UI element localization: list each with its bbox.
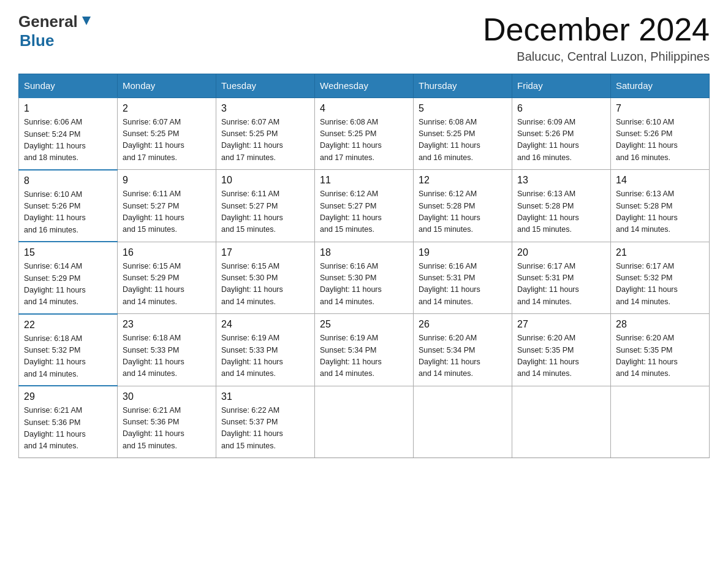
day-info: Sunrise: 6:12 AM Sunset: 5:27 PM Dayligh… xyxy=(320,188,408,236)
calendar-week-3: 15 Sunrise: 6:14 AM Sunset: 5:29 PM Dayl… xyxy=(19,242,710,314)
calendar-cell: 4 Sunrise: 6:08 AM Sunset: 5:25 PM Dayli… xyxy=(315,98,414,170)
title-block: December 2024 Balucuc, Central Luzon, Ph… xyxy=(483,12,710,64)
day-info: Sunrise: 6:20 AM Sunset: 5:35 PM Dayligh… xyxy=(517,332,605,380)
day-number: 1 xyxy=(24,103,112,114)
calendar-cell: 1 Sunrise: 6:06 AM Sunset: 5:24 PM Dayli… xyxy=(19,98,118,170)
calendar-cell: 12 Sunrise: 6:12 AM Sunset: 5:28 PM Dayl… xyxy=(414,170,512,242)
day-info: Sunrise: 6:12 AM Sunset: 5:28 PM Dayligh… xyxy=(419,188,507,236)
calendar-week-4: 22 Sunrise: 6:18 AM Sunset: 5:32 PM Dayl… xyxy=(19,314,710,386)
day-info: Sunrise: 6:11 AM Sunset: 5:27 PM Dayligh… xyxy=(123,188,211,236)
day-info: Sunrise: 6:21 AM Sunset: 5:36 PM Dayligh… xyxy=(123,405,211,453)
day-info: Sunrise: 6:17 AM Sunset: 5:31 PM Dayligh… xyxy=(517,261,605,308)
day-info: Sunrise: 6:20 AM Sunset: 5:34 PM Dayligh… xyxy=(419,332,507,380)
day-number: 19 xyxy=(419,247,507,258)
day-info: Sunrise: 6:17 AM Sunset: 5:32 PM Dayligh… xyxy=(616,261,704,308)
day-number: 29 xyxy=(24,391,112,402)
calendar-week-1: 1 Sunrise: 6:06 AM Sunset: 5:24 PM Dayli… xyxy=(19,98,710,170)
day-number: 6 xyxy=(517,103,605,114)
logo-blue-text: Blue xyxy=(20,31,54,50)
weekday-header-friday: Friday xyxy=(512,74,611,98)
day-number: 17 xyxy=(221,247,309,258)
day-number: 12 xyxy=(419,175,507,186)
day-info: Sunrise: 6:18 AM Sunset: 5:33 PM Dayligh… xyxy=(123,332,211,380)
day-number: 28 xyxy=(616,319,704,330)
day-info: Sunrise: 6:15 AM Sunset: 5:29 PM Dayligh… xyxy=(123,261,211,308)
weekday-header-saturday: Saturday xyxy=(611,74,710,98)
month-year-title: December 2024 xyxy=(483,12,710,47)
calendar-cell: 23 Sunrise: 6:18 AM Sunset: 5:33 PM Dayl… xyxy=(118,314,216,386)
calendar-cell: 31 Sunrise: 6:22 AM Sunset: 5:37 PM Dayl… xyxy=(216,386,315,458)
calendar-week-2: 8 Sunrise: 6:10 AM Sunset: 5:26 PM Dayli… xyxy=(19,170,710,242)
day-info: Sunrise: 6:11 AM Sunset: 5:27 PM Dayligh… xyxy=(221,188,309,236)
day-info: Sunrise: 6:13 AM Sunset: 5:28 PM Dayligh… xyxy=(616,188,704,236)
day-number: 25 xyxy=(320,319,408,330)
calendar-cell xyxy=(611,386,710,458)
day-number: 16 xyxy=(123,247,211,258)
calendar-cell: 18 Sunrise: 6:16 AM Sunset: 5:30 PM Dayl… xyxy=(315,242,414,314)
day-info: Sunrise: 6:16 AM Sunset: 5:31 PM Dayligh… xyxy=(419,261,507,308)
weekday-header-sunday: Sunday xyxy=(19,74,118,98)
day-info: Sunrise: 6:07 AM Sunset: 5:25 PM Dayligh… xyxy=(123,117,211,164)
day-number: 3 xyxy=(221,103,309,114)
day-number: 24 xyxy=(221,319,309,330)
page-header: General Blue December 2024 Balucuc, Cent… xyxy=(18,12,710,64)
day-info: Sunrise: 6:13 AM Sunset: 5:28 PM Dayligh… xyxy=(517,188,605,236)
day-number: 7 xyxy=(616,103,704,114)
calendar-cell: 9 Sunrise: 6:11 AM Sunset: 5:27 PM Dayli… xyxy=(118,170,216,242)
calendar-cell: 10 Sunrise: 6:11 AM Sunset: 5:27 PM Dayl… xyxy=(216,170,315,242)
day-number: 22 xyxy=(24,320,112,331)
day-info: Sunrise: 6:09 AM Sunset: 5:26 PM Dayligh… xyxy=(517,117,605,164)
calendar-body: 1 Sunrise: 6:06 AM Sunset: 5:24 PM Dayli… xyxy=(19,98,710,458)
calendar-cell: 19 Sunrise: 6:16 AM Sunset: 5:31 PM Dayl… xyxy=(414,242,512,314)
day-number: 20 xyxy=(517,247,605,258)
calendar-cell xyxy=(315,386,414,458)
calendar-cell: 28 Sunrise: 6:20 AM Sunset: 5:35 PM Dayl… xyxy=(611,314,710,386)
calendar-cell xyxy=(512,386,611,458)
day-info: Sunrise: 6:06 AM Sunset: 5:24 PM Dayligh… xyxy=(24,117,112,164)
day-number: 15 xyxy=(24,247,112,258)
calendar-week-5: 29 Sunrise: 6:21 AM Sunset: 5:36 PM Dayl… xyxy=(19,386,710,458)
calendar-cell: 16 Sunrise: 6:15 AM Sunset: 5:29 PM Dayl… xyxy=(118,242,216,314)
calendar-cell: 27 Sunrise: 6:20 AM Sunset: 5:35 PM Dayl… xyxy=(512,314,611,386)
day-number: 27 xyxy=(517,319,605,330)
calendar-cell: 24 Sunrise: 6:19 AM Sunset: 5:33 PM Dayl… xyxy=(216,314,315,386)
day-number: 23 xyxy=(123,319,211,330)
day-number: 30 xyxy=(123,391,211,402)
calendar-cell: 6 Sunrise: 6:09 AM Sunset: 5:26 PM Dayli… xyxy=(512,98,611,170)
calendar-cell: 22 Sunrise: 6:18 AM Sunset: 5:32 PM Dayl… xyxy=(19,314,118,386)
calendar-cell: 5 Sunrise: 6:08 AM Sunset: 5:25 PM Dayli… xyxy=(414,98,512,170)
calendar-cell: 7 Sunrise: 6:10 AM Sunset: 5:26 PM Dayli… xyxy=(611,98,710,170)
day-number: 8 xyxy=(24,175,112,186)
calendar-cell: 30 Sunrise: 6:21 AM Sunset: 5:36 PM Dayl… xyxy=(118,386,216,458)
calendar-cell: 25 Sunrise: 6:19 AM Sunset: 5:34 PM Dayl… xyxy=(315,314,414,386)
day-number: 9 xyxy=(123,175,211,186)
day-info: Sunrise: 6:22 AM Sunset: 5:37 PM Dayligh… xyxy=(221,405,309,453)
calendar-cell: 26 Sunrise: 6:20 AM Sunset: 5:34 PM Dayl… xyxy=(414,314,512,386)
day-number: 31 xyxy=(221,391,309,402)
calendar-cell: 20 Sunrise: 6:17 AM Sunset: 5:31 PM Dayl… xyxy=(512,242,611,314)
calendar-cell: 21 Sunrise: 6:17 AM Sunset: 5:32 PM Dayl… xyxy=(611,242,710,314)
weekday-header-thursday: Thursday xyxy=(414,74,512,98)
calendar-cell: 17 Sunrise: 6:15 AM Sunset: 5:30 PM Dayl… xyxy=(216,242,315,314)
day-info: Sunrise: 6:14 AM Sunset: 5:29 PM Dayligh… xyxy=(24,261,112,308)
calendar-cell: 14 Sunrise: 6:13 AM Sunset: 5:28 PM Dayl… xyxy=(611,170,710,242)
day-info: Sunrise: 6:21 AM Sunset: 5:36 PM Dayligh… xyxy=(24,405,112,453)
day-info: Sunrise: 6:10 AM Sunset: 5:26 PM Dayligh… xyxy=(616,117,704,164)
calendar-cell: 15 Sunrise: 6:14 AM Sunset: 5:29 PM Dayl… xyxy=(19,242,118,314)
day-info: Sunrise: 6:15 AM Sunset: 5:30 PM Dayligh… xyxy=(221,261,309,308)
day-info: Sunrise: 6:16 AM Sunset: 5:30 PM Dayligh… xyxy=(320,261,408,308)
calendar-table: SundayMondayTuesdayWednesdayThursdayFrid… xyxy=(18,74,710,458)
day-number: 13 xyxy=(517,175,605,186)
day-info: Sunrise: 6:07 AM Sunset: 5:25 PM Dayligh… xyxy=(221,117,309,164)
day-number: 5 xyxy=(419,103,507,114)
day-info: Sunrise: 6:08 AM Sunset: 5:25 PM Dayligh… xyxy=(320,117,408,164)
calendar-cell: 3 Sunrise: 6:07 AM Sunset: 5:25 PM Dayli… xyxy=(216,98,315,170)
day-number: 26 xyxy=(419,319,507,330)
calendar-cell xyxy=(414,386,512,458)
day-number: 14 xyxy=(616,175,704,186)
day-number: 11 xyxy=(320,175,408,186)
logo-general-text: General xyxy=(18,12,78,31)
day-info: Sunrise: 6:10 AM Sunset: 5:26 PM Dayligh… xyxy=(24,189,112,237)
day-number: 4 xyxy=(320,103,408,114)
day-number: 21 xyxy=(616,247,704,258)
